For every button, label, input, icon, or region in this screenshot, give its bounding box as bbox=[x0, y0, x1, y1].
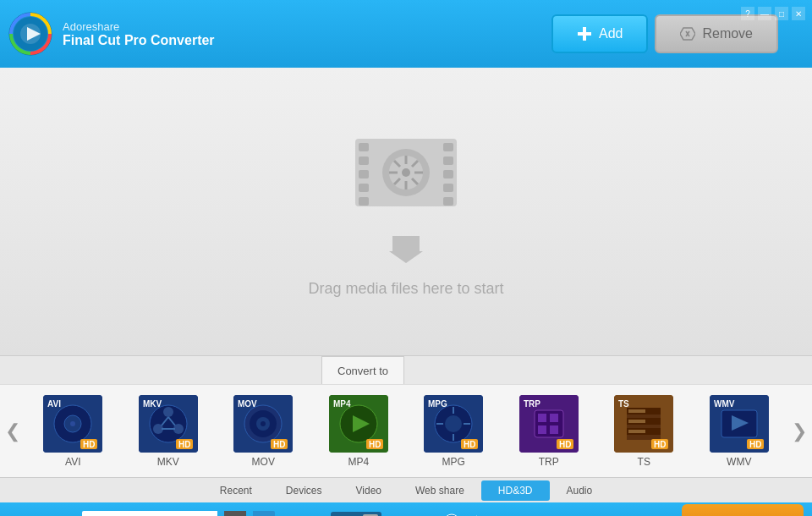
svg-rect-5 bbox=[578, 32, 591, 36]
close-button[interactable]: ✕ bbox=[792, 7, 805, 20]
format-icon-wmv: WMV HD bbox=[710, 395, 769, 453]
tab-webshare[interactable]: Web share bbox=[398, 480, 481, 501]
svg-point-35 bbox=[70, 421, 75, 426]
app-title-block: Adoreshare Final Cut Pro Converter bbox=[63, 20, 551, 48]
browse-button[interactable] bbox=[224, 511, 246, 516]
svg-text:MPG: MPG bbox=[428, 399, 447, 409]
svg-text:HD: HD bbox=[749, 440, 761, 449]
prev-arrow-button[interactable]: ❮ bbox=[0, 385, 25, 477]
format-item-mov[interactable]: MOV HD MOV bbox=[225, 395, 301, 468]
svg-text:MKV: MKV bbox=[143, 399, 162, 409]
svg-text:TS: TS bbox=[618, 399, 629, 409]
svg-text:HD: HD bbox=[654, 440, 666, 449]
format-label-trp: TRP bbox=[539, 456, 559, 468]
next-arrow-button[interactable]: ❯ bbox=[787, 385, 812, 477]
format-icon-mkv: MKV HD bbox=[139, 395, 198, 453]
format-item-ts[interactable]: TS HD TS bbox=[606, 395, 682, 468]
app-subtitle: Final Cut Pro Converter bbox=[63, 33, 551, 48]
convert-to-bar: Convert to bbox=[0, 355, 812, 384]
app-name: Adoreshare bbox=[63, 20, 551, 33]
output-path-input[interactable] bbox=[82, 511, 217, 516]
svg-rect-15 bbox=[443, 143, 453, 151]
format-item-mpg[interactable]: MPG HD MPG bbox=[415, 395, 491, 468]
svg-text:HD: HD bbox=[83, 440, 95, 449]
svg-text:HD: HD bbox=[273, 440, 285, 449]
tab-video[interactable]: Video bbox=[339, 480, 398, 501]
svg-text:HD: HD bbox=[178, 440, 190, 449]
svg-text:MP4: MP4 bbox=[333, 399, 351, 409]
svg-text:HD: HD bbox=[369, 440, 381, 449]
format-item-mkv[interactable]: MKV HD MKV bbox=[130, 395, 206, 468]
minimize-button[interactable]: — bbox=[758, 7, 771, 20]
window-controls: ? — □ ✕ bbox=[741, 7, 805, 20]
svg-text:HD: HD bbox=[464, 440, 475, 449]
format-sub-tabs: Recent Devices Video Web share HD&3D Aud… bbox=[0, 477, 812, 502]
main-drop-area[interactable]: Drag media files here to start bbox=[0, 68, 812, 355]
remove-icon bbox=[680, 26, 695, 41]
format-icon-ts: TS HD bbox=[614, 395, 673, 453]
history-icon bbox=[442, 513, 461, 516]
format-icon-mpg: MPG HD bbox=[424, 395, 483, 453]
format-label-wmv: WMV bbox=[727, 456, 751, 468]
svg-point-41 bbox=[163, 407, 173, 417]
svg-text:WMV: WMV bbox=[714, 399, 735, 409]
svg-rect-79 bbox=[550, 425, 558, 434]
format-label-mkv: MKV bbox=[157, 456, 179, 468]
format-label-mp4: MP4 bbox=[348, 456, 369, 468]
svg-rect-11 bbox=[359, 156, 369, 165]
format-icon-avi: AVI HD bbox=[43, 395, 102, 453]
convert-button[interactable]: Convert bbox=[682, 504, 804, 516]
add-icon bbox=[577, 26, 592, 41]
svg-rect-16 bbox=[443, 156, 453, 165]
help-button[interactable]: ? bbox=[741, 7, 754, 20]
tab-hd3d[interactable]: HD&3D bbox=[481, 480, 550, 501]
merge-toggle[interactable]: OFF bbox=[331, 512, 381, 516]
format-item-avi[interactable]: AVI HD AVI bbox=[35, 395, 111, 468]
format-label-mpg: MPG bbox=[442, 456, 465, 468]
app-logo bbox=[8, 12, 52, 56]
svg-rect-90 bbox=[628, 430, 645, 433]
add-button[interactable]: Add bbox=[551, 14, 648, 53]
svg-rect-88 bbox=[628, 409, 645, 413]
tab-devices[interactable]: Devices bbox=[269, 480, 339, 501]
svg-rect-17 bbox=[443, 170, 453, 178]
drag-drop-text: Drag media files here to start bbox=[308, 280, 503, 298]
svg-marker-31 bbox=[389, 236, 423, 263]
svg-rect-10 bbox=[359, 143, 369, 151]
maximize-button[interactable]: □ bbox=[775, 7, 788, 20]
tab-recent[interactable]: Recent bbox=[203, 480, 269, 501]
format-label-avi: AVI bbox=[65, 456, 80, 468]
svg-rect-89 bbox=[628, 420, 645, 423]
format-label-ts: TS bbox=[638, 456, 650, 468]
titlebar: Adoreshare Final Cut Pro Converter Add R… bbox=[0, 0, 812, 68]
format-item-mp4[interactable]: MP4 HD MP4 bbox=[321, 395, 397, 468]
svg-rect-12 bbox=[359, 170, 369, 178]
format-icon-mov: MOV HD bbox=[233, 395, 293, 453]
svg-text:TRP: TRP bbox=[524, 399, 540, 409]
format-icon-mp4: MP4 HD bbox=[329, 395, 388, 453]
svg-text:HD: HD bbox=[559, 440, 571, 449]
svg-rect-14 bbox=[359, 197, 369, 206]
format-item-trp[interactable]: TRP HD TRP bbox=[511, 395, 587, 468]
svg-rect-76 bbox=[538, 414, 546, 422]
svg-text:MOV: MOV bbox=[238, 399, 257, 409]
bottom-bar: Output folder: Merge: OFF History: bbox=[0, 502, 812, 516]
svg-point-66 bbox=[445, 415, 462, 432]
format-item-wmv[interactable]: WMV HD WMV bbox=[701, 395, 777, 468]
svg-rect-77 bbox=[550, 414, 558, 422]
history-button[interactable] bbox=[441, 511, 463, 516]
svg-text:AVI: AVI bbox=[47, 399, 61, 409]
down-arrow-icon bbox=[389, 236, 423, 263]
format-list: AVI HD AVI MKV bbox=[25, 385, 787, 477]
format-area: ❮ AVI HD AVI bbox=[0, 384, 812, 477]
convert-to-tab: Convert to bbox=[321, 356, 404, 384]
svg-rect-13 bbox=[359, 184, 369, 192]
svg-rect-18 bbox=[443, 184, 453, 192]
svg-rect-78 bbox=[538, 425, 546, 434]
tab-audio[interactable]: Audio bbox=[550, 480, 610, 501]
svg-point-54 bbox=[261, 421, 266, 426]
format-icon-trp: TRP HD bbox=[519, 395, 579, 453]
film-icon bbox=[347, 126, 465, 219]
search-button[interactable] bbox=[253, 511, 275, 516]
svg-point-22 bbox=[402, 168, 410, 177]
